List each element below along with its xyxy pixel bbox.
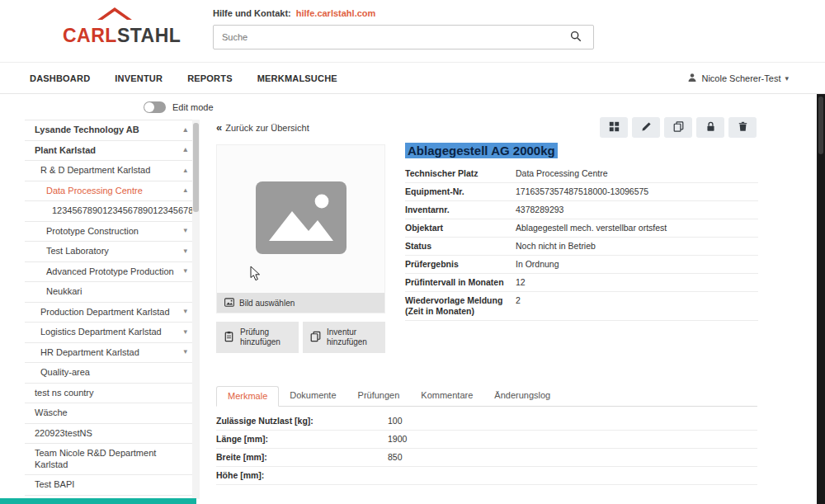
search-button[interactable] xyxy=(559,26,593,49)
nav-item-reports[interactable]: REPORTS xyxy=(187,73,233,83)
search-input[interactable] xyxy=(214,32,559,42)
sidebar-item[interactable]: test ns country xyxy=(25,384,192,404)
attribute-row: Länge [mm]:1900 xyxy=(216,431,757,449)
sidebar-scrollbar[interactable] xyxy=(192,120,200,499)
sidebar-item[interactable]: Plant Karlstad▴ xyxy=(25,141,192,162)
detail-row: PrüfergebnisIn Ordnung xyxy=(405,256,758,274)
sidebar-item[interactable]: Advanced Prototype Production▾ xyxy=(25,262,192,283)
sidebar-item[interactable]: Quality-area xyxy=(25,363,192,384)
delete-button[interactable] xyxy=(728,117,757,138)
sidebar-item[interactable]: Logistics Department Karlstad▾ xyxy=(25,323,192,343)
detail-label: Status xyxy=(405,241,516,252)
sidebar-item-label: Data Processing Centre xyxy=(46,186,179,197)
help-label: Hilfe und Kontakt: xyxy=(213,8,291,18)
bottom-teal-bar xyxy=(0,498,196,504)
nav-item-dashboard[interactable]: DASHBOARD xyxy=(30,73,90,83)
sidebar-item[interactable]: Data Processing Centre▴ xyxy=(25,181,192,202)
tab-dokumente[interactable]: Dokumente xyxy=(279,386,346,407)
sidebar-item-label: 220923testNS xyxy=(35,428,179,440)
sidebar-item-label: HR Department Karlstad xyxy=(40,347,179,359)
add-pruefung-button[interactable]: Prüfung hinzufügen xyxy=(216,322,299,353)
chevron-up-icon[interactable]: ▴ xyxy=(183,165,187,177)
chevron-down-icon[interactable]: ▾ xyxy=(183,226,187,238)
detail-label: Wiedervorlage Meldung (Zeit in Monaten) xyxy=(405,295,516,317)
page-title-text: Ablagegestell AG 2000kg xyxy=(405,143,558,158)
detail-label: Inventarnr. xyxy=(405,205,516,215)
sidebar-item[interactable]: 220923testNS xyxy=(25,424,192,445)
detail-row: Equipment-Nr.1716357357487518000-1309657… xyxy=(405,183,758,201)
chevron-down-icon[interactable]: ▾ xyxy=(183,347,187,359)
sidebar-item[interactable]: Wäsche xyxy=(25,403,192,424)
lock-button[interactable] xyxy=(696,117,724,138)
page-scrollbar[interactable] xyxy=(817,94,825,504)
grid-icon xyxy=(609,121,620,134)
help-link[interactable]: hilfe.carlstahl.com xyxy=(296,8,376,18)
sidebar-item-label: Test BAPI xyxy=(35,479,179,491)
detail-row: Wiedervorlage Meldung (Zeit in Monaten)2 xyxy=(405,292,758,321)
tab-änderungslog[interactable]: Änderungslog xyxy=(483,386,561,407)
sidebar-item[interactable]: Team Nicole R&D Department Karlstad xyxy=(25,444,192,475)
image-placeholder xyxy=(217,145,384,293)
add-inventur-button[interactable]: Inventur hinzufügen xyxy=(303,322,385,353)
detail-value: In Ordnung xyxy=(516,259,758,270)
help-contact: Hilfe und Kontakt:hilfe.carlstahl.com xyxy=(213,8,594,18)
user-icon xyxy=(687,73,697,84)
nav-item-merkmalsuche[interactable]: MERKMALSUCHE xyxy=(257,73,337,83)
detail-label: Technischer Platz xyxy=(405,168,516,179)
back-label: Zurück zur Übersicht xyxy=(225,123,309,133)
sidebar-item[interactable]: Test BAPI xyxy=(25,475,192,496)
sidebar-item[interactable]: Lysande Technology AB▴ xyxy=(25,120,192,141)
tab-kommentare[interactable]: Kommentare xyxy=(410,386,483,407)
sidebar-item-label: Test Laboratory xyxy=(46,246,179,257)
tab-merkmale[interactable]: Merkmale xyxy=(216,386,279,407)
attribute-label: Zulässige Nutzlast [kg]: xyxy=(216,416,388,426)
edit-button[interactable] xyxy=(632,117,660,138)
chevron-down-icon[interactable]: ▾ xyxy=(183,266,187,278)
toggle-knob xyxy=(144,102,154,112)
detail-row: StatusNoch nicht in Betrieb xyxy=(405,238,758,256)
sidebar-item[interactable]: Production Department Karlstad▾ xyxy=(25,303,192,323)
duplicate-button[interactable] xyxy=(664,117,692,138)
attribute-value: 100 xyxy=(388,416,757,426)
image-card: Bild auswählen xyxy=(216,144,385,313)
grid-view-button[interactable] xyxy=(600,117,628,138)
sidebar-item-label: Team Nicole R&D Department Karlstad xyxy=(35,448,179,470)
attributes-table: Zulässige Nutzlast [kg]:100Länge [mm]:19… xyxy=(216,412,757,485)
chevron-down-icon[interactable]: ▾ xyxy=(183,307,187,318)
sidebar-item[interactable]: HR Department Karlstad▾ xyxy=(25,343,192,364)
sidebar-tree: Lysande Technology AB▴Plant Karlstad▴R &… xyxy=(25,120,192,496)
chevron-up-icon[interactable]: ▴ xyxy=(183,125,187,136)
sidebar-item-label: Lysande Technology AB xyxy=(35,125,179,136)
nav-item-inventur[interactable]: INVENTUR xyxy=(115,73,163,83)
user-menu[interactable]: Nicole Scherer-Test ▾ xyxy=(687,63,789,93)
attribute-label: Länge [mm]: xyxy=(216,434,388,445)
carlstahl-logo[interactable]: CARLSTAHL xyxy=(63,25,181,47)
top-header: CARLSTAHL Hilfe und Kontakt:hilfe.carlst… xyxy=(0,0,825,63)
edit-mode-toggle[interactable] xyxy=(144,101,166,113)
sidebar-item[interactable]: R & D Department Karlstad▴ xyxy=(25,161,192,181)
tab-prüfungen[interactable]: Prüfungen xyxy=(347,386,411,407)
detail-value: Noch nicht in Betrieb xyxy=(516,241,758,252)
chevron-down-icon: ▾ xyxy=(785,74,789,82)
sidebar-scrollbar-thumb[interactable] xyxy=(193,123,199,212)
pencil-icon xyxy=(641,121,652,134)
main-nav-items: DASHBOARDINVENTURREPORTSMERKMALSUCHE xyxy=(30,73,337,83)
sidebar-item-label: R & D Department Karlstad xyxy=(40,165,179,177)
help-search-area: Hilfe und Kontakt:hilfe.carlstahl.com xyxy=(213,8,594,49)
sidebar-item[interactable]: 1234567890123456789012345678 xyxy=(25,201,192,222)
detail-row: Technischer PlatzData Processing Centre xyxy=(405,165,758,183)
page-scrollbar-thumb[interactable] xyxy=(818,97,823,154)
chevron-down-icon[interactable]: ▾ xyxy=(183,327,187,338)
chevron-down-icon[interactable]: ▾ xyxy=(183,246,187,257)
sidebar-item[interactable]: Prototype Construction▾ xyxy=(25,222,192,243)
detail-row: Prüfintervall in Monaten12 xyxy=(405,274,758,292)
chevron-up-icon[interactable]: ▴ xyxy=(183,145,187,157)
sidebar-item-label: Neukkari xyxy=(46,286,179,298)
sidebar-item[interactable]: Test Laboratory▾ xyxy=(25,242,192,262)
select-image-button[interactable]: Bild auswählen xyxy=(217,293,384,313)
sidebar-item[interactable]: Neukkari xyxy=(25,282,192,303)
copy-icon xyxy=(310,331,321,344)
copy-icon xyxy=(673,121,684,134)
back-link[interactable]: « Zurück zur Übersicht xyxy=(216,121,309,134)
chevron-up-icon[interactable]: ▴ xyxy=(183,186,187,197)
